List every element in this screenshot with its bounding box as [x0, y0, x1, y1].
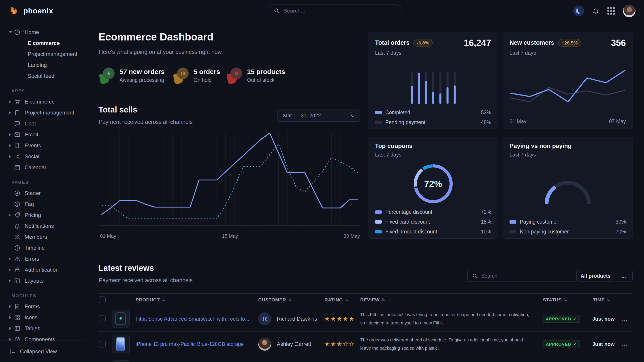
theme-toggle-button[interactable]	[573, 5, 584, 16]
sidebar-item-layouts[interactable]: Layouts	[0, 275, 86, 286]
apps-grid-button[interactable]	[607, 7, 615, 15]
icons-icon	[14, 314, 20, 321]
sidebar-subitem-project-management[interactable]: Project management	[0, 48, 86, 59]
legend-swatch	[510, 230, 516, 233]
global-search[interactable]	[268, 4, 402, 17]
sidebar-item-forms[interactable]: Forms	[0, 301, 86, 312]
sidebar-item-label: Errors	[24, 256, 39, 262]
row-more-button[interactable]: ...	[622, 316, 628, 322]
x-tick: 15 May	[222, 233, 238, 239]
sidebar-item-home[interactable]: Home	[0, 27, 86, 37]
stat-value: 5 orders	[194, 68, 220, 76]
column-time[interactable]: TIME⇅	[593, 294, 610, 306]
column-customer[interactable]: CUSTOMER⇅	[258, 294, 291, 306]
sidebar-item-icons[interactable]: Icons	[0, 312, 86, 323]
x-tick: 01 May	[510, 118, 526, 125]
more-options-button[interactable]: ...	[615, 270, 632, 282]
paying-vs-nonpaying-card: Paying vs non paying Last 7 days Paying …	[502, 137, 633, 239]
customer-name: Ashley Garrett	[277, 341, 311, 347]
user-avatar[interactable]	[623, 5, 636, 17]
sidebar-item-chat[interactable]: Chat	[0, 118, 86, 129]
product-image[interactable]	[112, 335, 130, 353]
caret-right-icon	[9, 316, 11, 319]
caret-down-icon	[9, 31, 12, 33]
legend-value: 18%	[481, 219, 491, 225]
search-input[interactable]	[283, 7, 396, 14]
sidebar-subitem-social-feed[interactable]: Social feed	[0, 70, 86, 81]
search-icon	[274, 8, 280, 14]
column-review[interactable]: REVIEW⇅	[360, 294, 385, 306]
row-more-button[interactable]: ...	[622, 341, 628, 347]
sidebar-item-notifications[interactable]: Notifications	[0, 220, 86, 231]
legend-swatch	[375, 210, 382, 214]
column-status[interactable]: STATUS⇅	[543, 294, 567, 306]
donut-center-label: 72%	[424, 179, 442, 189]
sidebar-item-project-management[interactable]: Project management	[0, 107, 86, 118]
total-orders-card: Total orders -6.8% 16,247 Last 7 days Co…	[368, 32, 498, 129]
legend-label: Pending payment	[385, 119, 426, 125]
sidebar-item-label: Forms	[24, 304, 40, 310]
rating-stars: ★★★★★	[324, 315, 355, 323]
caret-right-icon	[9, 305, 11, 308]
legend-swatch	[375, 230, 382, 233]
reviews-table: PRODUCT⇅ CUSTOMER⇅ RATING⇅ REVIEW⇅ STATU…	[98, 293, 633, 362]
card-title: New customers	[510, 39, 554, 46]
sidebar-item-timeline[interactable]: Timeline	[0, 242, 86, 253]
customer-avatar[interactable]	[258, 338, 271, 351]
column-product[interactable]: PRODUCT⇅	[136, 294, 165, 306]
all-products-button[interactable]: All products	[578, 270, 613, 282]
product-image	[112, 361, 130, 362]
sidebar-subitem-landing[interactable]: Landing	[0, 59, 86, 70]
reviews-search-input[interactable]	[481, 273, 572, 279]
share-icon	[14, 153, 20, 160]
total-sells-x-axis: 01 May 15 May 30 May	[100, 233, 360, 240]
sidebar-item-e-commerce[interactable]: E commerce	[0, 96, 86, 107]
moon-icon	[576, 8, 581, 14]
sidebar-item-label: Faq	[24, 201, 34, 207]
notifications-button[interactable]	[592, 7, 599, 14]
select-all-checkbox[interactable]	[99, 297, 106, 303]
sidebar-item-events[interactable]: Events	[0, 140, 86, 151]
sidebar-item-tables[interactable]: Tables	[0, 323, 86, 334]
legend-swatch	[375, 220, 382, 224]
order-bar	[425, 72, 427, 104]
sidebar-item-starter[interactable]: Starter	[0, 188, 86, 199]
product-link[interactable]: Fitbit Sense Advanced Smartwatch with To…	[136, 316, 249, 322]
total-sells-chart	[100, 131, 360, 231]
product-link[interactable]: iPhone 13 pro max-Pacific Blue-128GB sto…	[136, 341, 244, 347]
brand[interactable]: phoenix	[10, 0, 53, 22]
legend-value: 30%	[616, 219, 626, 225]
sidebar-item-faq[interactable]: Faq	[0, 199, 86, 210]
sidebar-item-email[interactable]: Email	[0, 129, 86, 140]
collapse-sidebar-button[interactable]: ← Collapsed View	[0, 341, 86, 362]
caret-right-icon	[9, 100, 11, 103]
rating-stars: ★★★☆☆	[324, 341, 355, 348]
ecommerce-dashboard-app: phoenix HomeE c	[0, 0, 644, 362]
customer-avatar[interactable]: R	[258, 312, 271, 325]
x-icon: ×	[227, 67, 242, 84]
sidebar-item-components[interactable]: Components	[0, 334, 86, 341]
latest-reviews-title: Latest reviews	[98, 263, 154, 273]
row-checkbox[interactable]	[99, 316, 106, 322]
legend-row: Completed52%	[375, 107, 491, 117]
card-period: Last 7 days	[510, 50, 626, 56]
section-divider	[86, 249, 644, 249]
customer-name: Richard Dawkins	[277, 316, 317, 322]
row-checkbox[interactable]	[99, 341, 106, 348]
product-image[interactable]	[112, 310, 130, 328]
sidebar-item-label: Notifications	[24, 223, 54, 229]
sidebar-item-social[interactable]: Social	[0, 151, 86, 162]
sidebar-item-calendar[interactable]: Calendar	[0, 162, 86, 173]
sidebar-item-members[interactable]: Members	[0, 231, 86, 242]
caret-right-icon	[9, 338, 11, 341]
sidebar-subitem-e-commerce[interactable]: E commerce	[0, 37, 86, 48]
search-icon	[472, 273, 478, 279]
sidebar-item-pricing[interactable]: Pricing	[0, 210, 86, 220]
date-range-select[interactable]: Mar 1 - 31, 2022	[278, 110, 360, 122]
sidebar-item-authentication[interactable]: Authentication	[0, 264, 86, 275]
reviews-search[interactable]	[468, 270, 577, 282]
column-rating[interactable]: RATING⇅	[324, 294, 348, 306]
bookmark-icon	[14, 142, 20, 149]
review-time: Just now	[592, 316, 615, 322]
sidebar-item-errors[interactable]: Errors	[0, 253, 86, 264]
